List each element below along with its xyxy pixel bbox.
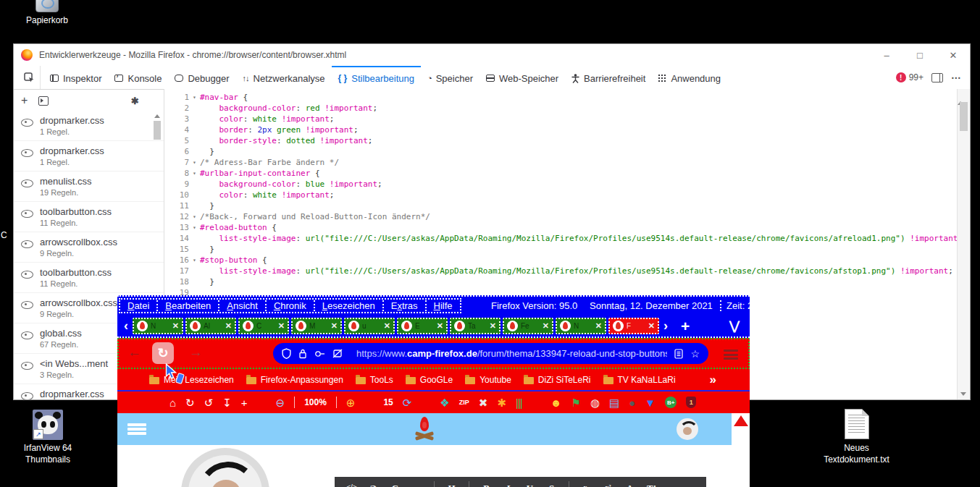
tab-close-icon[interactable]: ✕: [384, 321, 390, 331]
tab-close-icon[interactable]: ✕: [490, 321, 496, 331]
addon-bplus-icon[interactable]: B+: [665, 397, 677, 408]
bookmark-item[interactable]: Firefox-Anpassungen: [246, 375, 343, 385]
redo-button[interactable]: C: [385, 483, 405, 487]
devtools-tab-memory[interactable]: ◔Speicher: [421, 66, 479, 89]
blocked-content-icon[interactable]: [332, 349, 343, 358]
visibility-eye-icon[interactable]: [21, 271, 33, 279]
scrollbar-thumb[interactable]: [960, 102, 968, 131]
lock-icon[interactable]: [298, 348, 307, 359]
element-picker-icon[interactable]: [18, 66, 41, 89]
tracking-shield-icon[interactable]: [282, 348, 291, 359]
devtools-tab-network[interactable]: ↑↓Netzwerkanalyse: [236, 66, 332, 89]
browser-tab[interactable]: Al✕: [185, 318, 236, 334]
underline-button[interactable]: U: [520, 483, 540, 487]
devtools-tab-styleeditor[interactable]: { }Stilbearbeitung: [332, 66, 421, 89]
sidebar-scrollbar[interactable]: [153, 111, 162, 140]
tab-close-icon[interactable]: ✕: [595, 321, 602, 331]
menu-ansicht[interactable]: Ansicht: [218, 300, 265, 311]
menu-datei[interactable]: Datei: [120, 300, 156, 311]
counter-icon[interactable]: 15: [383, 398, 393, 407]
page-scrollbar[interactable]: [732, 413, 750, 487]
home-icon[interactable]: ⌂: [169, 397, 176, 408]
browser-tab[interactable]: E✕: [397, 318, 448, 334]
bookmarks-overflow-icon[interactable]: »: [710, 373, 716, 387]
menu-bearbeiten[interactable]: Bearbeiten: [156, 300, 218, 311]
undo-button[interactable]: Ɔ: [364, 483, 383, 487]
bookmark-item[interactable]: Youtube: [465, 375, 511, 385]
strike-button[interactable]: S: [542, 483, 561, 487]
stylesheet-item[interactable]: arrowscrollbox.css9 Regeln.: [14, 232, 164, 263]
browser-tab[interactable]: Fe✕: [503, 318, 553, 334]
url-text[interactable]: https://www.camp-firefox.de/forum/thema/…: [356, 348, 667, 359]
bookmark-item[interactable]: TooLs: [356, 375, 393, 385]
tab-close-icon[interactable]: ✕: [437, 321, 443, 331]
visibility-eye-icon[interactable]: [21, 301, 33, 309]
bold-button[interactable]: B: [477, 483, 496, 487]
addon-smiley-icon[interactable]: ☻: [550, 397, 562, 408]
visibility-eye-icon[interactable]: [21, 210, 33, 218]
download-icon[interactable]: ↧: [222, 397, 232, 408]
irfanview-desktop-icon[interactable]: ↗ IrfanView 64 Thumbnails: [10, 410, 85, 465]
text-document-desktop-icon[interactable]: Neues Textdokument.txt: [800, 409, 913, 465]
reload-button[interactable]: ↻: [152, 342, 174, 364]
addon-shield-icon[interactable]: 1: [686, 397, 696, 408]
devtools-menu-icon[interactable]: ⋯: [951, 74, 961, 81]
devtools-titlebar[interactable]: Entwicklerwerkzeuge - Mozilla Firefox - …: [14, 44, 970, 66]
scroll-up-icon[interactable]: [154, 114, 160, 118]
addon-butterfly-icon[interactable]: ❖: [440, 397, 449, 408]
new-stylesheet-button[interactable]: +: [21, 95, 28, 106]
visibility-eye-icon[interactable]: [21, 240, 33, 248]
addon-gear-icon[interactable]: ✱: [497, 397, 506, 408]
font-color-button[interactable]: A: [620, 483, 640, 487]
addon-zip-icon[interactable]: ZIP: [459, 399, 469, 406]
browser-tab[interactable]: C✕: [238, 318, 289, 334]
forward-button[interactable]: →: [189, 344, 203, 360]
browser-tab[interactable]: N✕: [133, 318, 183, 334]
visibility-eye-icon[interactable]: [21, 149, 33, 157]
heading-button[interactable]: H: [442, 483, 461, 487]
new-tab-button[interactable]: +: [681, 318, 690, 334]
devtools-tab-inspector[interactable]: Inspektor: [43, 66, 108, 89]
redo-icon[interactable]: ↻: [185, 397, 195, 408]
addon-equalizer-icon[interactable]: |||: [516, 397, 522, 408]
recycle-bin-desktop-icon[interactable]: Papierkorb: [19, 0, 75, 26]
tab-close-icon[interactable]: ✕: [172, 321, 179, 331]
addon-gray-icon[interactable]: ●: [629, 397, 635, 408]
menu-lesezeichen[interactable]: Lesezeichen: [314, 300, 382, 311]
user-avatar[interactable]: [677, 418, 698, 440]
tab-close-icon[interactable]: ✕: [543, 321, 549, 331]
scroll-down-icon[interactable]: [960, 392, 966, 396]
tab-close-icon[interactable]: ✕: [648, 321, 655, 331]
stylesheet-item[interactable]: toolbarbutton.css11 Regeln.: [14, 263, 164, 293]
devtools-tab-console[interactable]: ›Konsole: [108, 66, 168, 89]
stylesheet-item[interactable]: dropmarker.css1 Regel.: [14, 111, 164, 141]
devtools-tab-application[interactable]: Anwendung: [652, 66, 727, 89]
browser-tab[interactable]: N✕: [556, 318, 606, 334]
browser-tab[interactable]: F✕: [608, 318, 659, 334]
italic-button[interactable]: I: [498, 483, 518, 487]
app-menu-icon[interactable]: [724, 350, 738, 360]
scroll-to-top-icon[interactable]: [734, 415, 748, 426]
permissions-icon[interactable]: [314, 350, 325, 358]
visibility-eye-icon[interactable]: [21, 119, 33, 127]
tab-close-icon[interactable]: ✕: [331, 321, 338, 331]
back-button[interactable]: ←: [127, 344, 141, 360]
scroll-tabs-left-icon[interactable]: ‹: [124, 319, 128, 332]
browser-tab[interactable]: u✕: [344, 318, 395, 334]
scroll-tabs-right-icon[interactable]: ›: [663, 319, 668, 332]
addon-save-icon[interactable]: ▤: [609, 397, 619, 408]
browser-tab[interactable]: M✕: [291, 318, 342, 334]
subscript-button[interactable]: x₂: [577, 484, 596, 487]
expand-button[interactable]: ↔: [406, 478, 427, 487]
error-count-badge[interactable]: ! 99+: [896, 72, 924, 82]
menu-chronik[interactable]: Chronik: [265, 300, 314, 311]
editor-scrollbar[interactable]: [957, 89, 970, 399]
stylesheet-item[interactable]: dropmarker.css1 Regel.: [14, 141, 164, 171]
sync-icon[interactable]: ⟳: [403, 397, 412, 408]
menu-hilfe[interactable]: Hilfe: [425, 300, 460, 311]
visibility-eye-icon[interactable]: [21, 179, 33, 187]
devtools-tab-debugger[interactable]: Debugger: [168, 66, 235, 89]
zoom-out-icon[interactable]: ⊖: [276, 397, 285, 408]
bookmark-star-icon[interactable]: ☆: [690, 348, 700, 360]
addon-bookmark-icon[interactable]: ⚑: [571, 397, 580, 408]
